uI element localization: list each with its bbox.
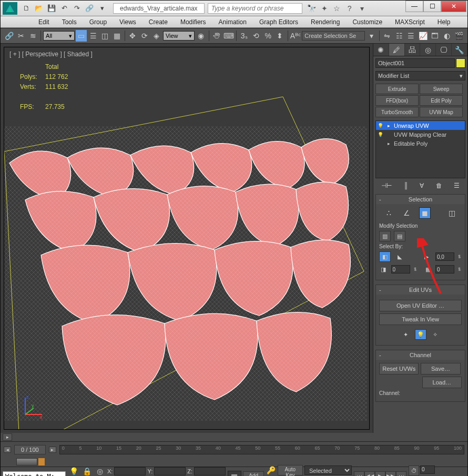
pin-stack-icon[interactable]: ⊣⊢ [381,182,392,189]
manipulate-icon[interactable]: 🖑 [211,30,222,42]
scale-tool-icon[interactable]: ◈ [151,30,162,42]
stack-unwrap-uvw[interactable]: 💡 ▸ Unwrap UVW [376,121,465,130]
lock-selection-icon[interactable]: 💡 [68,465,79,477]
matid-spinner[interactable] [435,265,454,274]
mod-turbosmooth[interactable]: TurboSmooth [375,107,419,117]
channel-header[interactable]: Channel [376,350,465,360]
spinner-arrows-icon[interactable]: ⥮ [457,267,462,272]
track-key-marker[interactable] [38,458,45,465]
mod-extrude[interactable]: Extrude [375,84,419,94]
selection-rollout-header[interactable]: Selection [376,195,465,204]
auto-key-button[interactable]: Auto Key [278,465,303,475]
timeline-prev-icon[interactable]: ◂ [4,447,11,453]
named-selection-combo[interactable] [302,31,365,40]
bulb-icon[interactable]: 💡 [377,123,383,129]
spinner-arrows-icon[interactable]: ⥮ [413,267,418,272]
star-icon[interactable]: ☆ [332,3,342,14]
stack-editable-poly[interactable]: ▸ Editable Poly [376,139,465,148]
add-time-tag-button[interactable]: Add Ti [243,471,264,477]
motion-tab-icon[interactable]: ◎ [420,44,436,56]
angle-snap-icon[interactable]: ⟲ [251,30,262,42]
grid-icon[interactable]: ▦ [228,471,241,477]
quick-peel-icon[interactable]: 💡 [415,329,426,340]
mod-uvwmap[interactable]: UVW Map [420,107,463,117]
undo-icon[interactable]: ↶ [58,3,70,14]
quick-planar-icon[interactable]: ✦ [400,329,412,340]
unlink-tool-icon[interactable]: ✂ [16,30,27,42]
open-uv-editor-button[interactable]: Open UV Editor … [379,300,462,311]
prev-frame-icon[interactable]: ◀◀ [364,471,375,477]
curve-editor-icon[interactable]: 📈 [418,30,429,42]
key-mode-icon[interactable]: 🔑 [266,464,276,476]
ref-coord-combo[interactable]: View▾ [163,31,195,40]
layers-icon[interactable]: ☰ [405,30,416,42]
mirror-icon[interactable]: ⇋ [382,30,393,42]
z-coord-input[interactable] [194,467,226,475]
keyboard-shortcut-icon[interactable]: ⌨ [223,30,234,42]
menu-rendering[interactable]: Rendering [304,16,346,27]
favorite-icon[interactable]: ✦ [319,3,330,14]
time-position[interactable]: 0 / 100 [14,445,46,454]
schematic-icon[interactable]: 🗔 [430,30,441,42]
select-by-element-icon[interactable]: ◧ [379,251,391,262]
make-unique-icon[interactable]: ∀ [420,182,424,189]
save-uvws-button[interactable]: Save… [421,363,460,374]
mod-ffdbox[interactable]: FFD(box) [375,95,419,106]
open-file-icon[interactable]: 📂 [33,3,45,14]
element-subobj-icon[interactable]: ◫ [446,207,458,219]
vertex-subobj-icon[interactable]: ∴ [383,207,395,219]
reset-uvws-button[interactable]: Reset UVWs [379,363,419,374]
goto-start-icon[interactable]: ⏮ [354,471,364,477]
goto-end-icon[interactable]: ⏭ [396,471,406,477]
maximize-button[interactable]: ☐ [423,1,441,12]
isolate-icon[interactable]: ◎ [94,465,106,477]
planar-angle-icon[interactable]: ▶ [421,251,432,262]
link-icon[interactable]: 🔗 [84,3,95,14]
save-file-icon[interactable]: 💾 [46,3,57,14]
object-name-input[interactable] [375,58,455,68]
hierarchy-tab-icon[interactable]: 品 [405,44,421,56]
menu-create[interactable]: Create [143,16,174,27]
modify-tab-icon[interactable]: 🖉 [389,44,405,56]
modifier-list-combo[interactable]: Modifier List▾ [375,71,465,80]
named-selection-icon[interactable]: Aᴮᶜ [290,30,301,42]
object-color-swatch[interactable] [456,58,465,68]
move-tool-icon[interactable]: ✥ [127,30,138,42]
y-coord-input[interactable] [154,467,186,475]
minimize-button[interactable]: — [405,1,423,12]
close-button[interactable]: ✕ [441,1,466,12]
next-frame-icon[interactable]: ▶▶ [385,471,396,477]
select-by-matid-icon[interactable]: ▦ [424,264,433,275]
bulb-icon[interactable]: 💡 [377,131,383,138]
shrink-selection-icon[interactable]: ▤ [394,231,405,241]
help-icon[interactable]: ? [344,3,355,14]
edge-subobj-icon[interactable]: ∠ [401,207,413,219]
mod-editpoly[interactable]: Edit Poly [420,95,463,106]
perspective-viewport[interactable]: [ + ] [ Perspective ] [ Shaded ] Total P… [4,47,370,430]
align-icon[interactable]: ☷ [394,30,405,42]
edit-uvs-header[interactable]: Edit UVs [376,285,465,295]
menu-edit[interactable]: Edit [32,16,56,27]
quick-pelt-icon[interactable]: ✧ [430,329,441,340]
menu-customize[interactable]: Customize [346,16,389,27]
expand-icon[interactable]: ▸ [385,123,392,129]
pivot-icon[interactable]: ◉ [196,30,207,42]
menu-grapheditors[interactable]: Graph Editors [253,16,304,27]
expand-track-icon[interactable]: ▸ [3,433,12,441]
menu-group[interactable]: Group [83,16,113,27]
current-frame-input[interactable] [420,465,435,474]
menu-modifiers[interactable]: Modifiers [174,16,212,27]
time-config-icon[interactable]: ⏱ [409,465,419,476]
spinner-arrows-icon[interactable]: ⥮ [457,254,462,259]
modifier-stack[interactable]: 💡 ▸ Unwrap UVW 💡 UVW Mapping Clear ▸ Edi… [375,120,465,178]
planar-angle-spinner[interactable] [435,252,454,261]
x-coord-input[interactable] [114,467,146,475]
face-subobj-icon[interactable]: ◼ [419,207,431,219]
key-target-combo[interactable]: Selected [304,465,352,475]
select-region-icon[interactable]: ◫ [99,30,110,42]
select-object-icon[interactable]: ▭ [76,30,87,42]
material-editor-icon[interactable]: ◐ [442,30,453,42]
time-slider[interactable]: 0510 152025 303540 455055 606570 758085 … [59,445,464,454]
expand-icon[interactable]: ▸ [385,140,392,147]
dropdown-icon[interactable]: ▾ [357,3,368,14]
